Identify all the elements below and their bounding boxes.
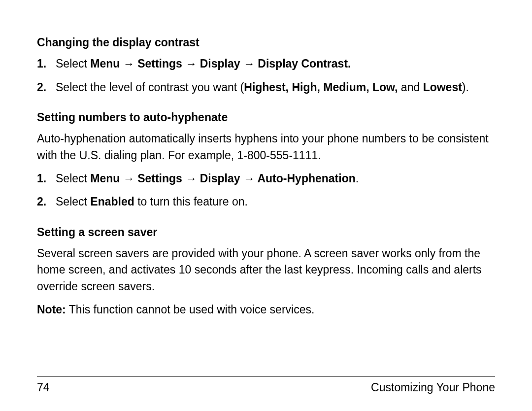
text: to turn this feature on. (134, 195, 248, 208)
step-number: 2. (37, 79, 56, 96)
step-body: Select Menu → Settings → Display → Displ… (56, 56, 495, 72)
document-title: Customizing Your Phone (371, 381, 495, 394)
text: Select the level of contrast you want ( (56, 81, 244, 94)
menu-path-item: Settings (137, 57, 182, 70)
text: Select (56, 172, 90, 185)
step-number: 1. (37, 171, 56, 187)
step-body: Select Enabled to turn this feature on. (56, 194, 495, 210)
list-item: 2. Select the level of contrast you want… (37, 79, 495, 96)
text: and (401, 81, 423, 94)
arrow-icon: → (240, 172, 258, 185)
menu-path-item: Display (200, 57, 240, 70)
arrow-icon: → (120, 172, 137, 185)
section-heading-hyphenate: Setting numbers to auto-hyphenate (37, 109, 495, 126)
paragraph: Auto-hyphenation automatically inserts h… (37, 131, 495, 164)
step-number: 1. (37, 56, 56, 72)
text: ). (462, 81, 469, 94)
menu-path-item: Display Contrast. (258, 57, 351, 70)
menu-path-item: Display (200, 172, 240, 185)
text: . (356, 172, 359, 185)
menu-path-item: Menu (90, 57, 120, 70)
list-item: 1. Select Menu → Settings → Display → Au… (37, 171, 495, 187)
list-item: 2. Select Enabled to turn this feature o… (37, 194, 495, 210)
note-paragraph: Note: This function cannot be used with … (37, 302, 495, 318)
page-number: 74 (37, 381, 50, 394)
step-body: Select Menu → Settings → Display → Auto-… (56, 171, 495, 187)
arrow-icon: → (182, 57, 200, 70)
list-item: 1. Select Menu → Settings → Display → Di… (37, 56, 495, 72)
text: Select (56, 195, 90, 208)
section-heading-contrast: Changing the display contrast (37, 34, 495, 51)
option-enabled: Enabled (90, 195, 134, 208)
menu-path-item: Auto-Hyphenation (257, 172, 355, 185)
step-body: Select the level of contrast you want (H… (56, 79, 495, 96)
note-label: Note: (37, 303, 66, 316)
note-text: This function cannot be used with voice … (66, 303, 315, 316)
option-list: Highest, High, Medium, Low, (244, 81, 401, 94)
text: Select (56, 57, 90, 70)
paragraph: Several screen savers are provided with … (37, 245, 495, 295)
menu-path-item: Menu (90, 172, 120, 185)
arrow-icon: → (240, 57, 258, 70)
page-footer: 74 Customizing Your Phone (37, 377, 495, 394)
section-heading-screensaver: Setting a screen saver (37, 224, 495, 240)
step-number: 2. (37, 194, 56, 210)
menu-path-item: Settings (137, 172, 182, 185)
page-content: Changing the display contrast 1. Select … (37, 34, 495, 318)
option-lowest: Lowest (423, 81, 462, 94)
arrow-icon: → (120, 57, 137, 70)
arrow-icon: → (182, 172, 200, 185)
